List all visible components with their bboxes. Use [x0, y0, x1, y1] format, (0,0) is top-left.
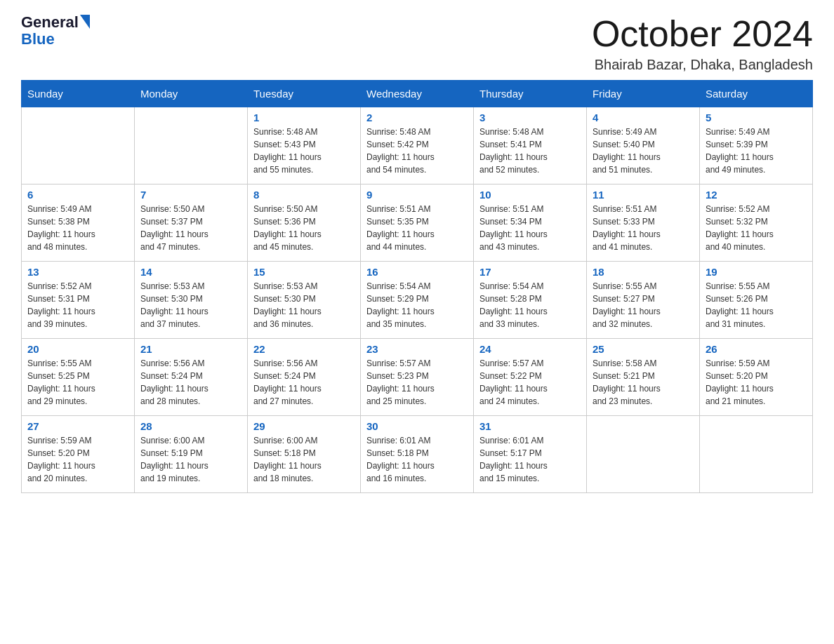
calendar-day-cell: 20Sunrise: 5:55 AMSunset: 5:25 PMDayligh…	[22, 339, 135, 416]
calendar-day-cell: 1Sunrise: 5:48 AMSunset: 5:43 PMDaylight…	[248, 107, 361, 185]
day-number: 14	[140, 266, 241, 278]
day-info-text: Sunrise: 5:51 AMSunset: 5:35 PMDaylight:…	[366, 203, 468, 253]
day-number: 1	[253, 112, 355, 123]
day-info-text: Sunrise: 5:59 AMSunset: 5:20 PMDaylight:…	[27, 434, 128, 485]
day-info-text: Sunrise: 6:00 AMSunset: 5:18 PMDaylight:…	[253, 434, 355, 485]
calendar-table: SundayMondayTuesdayWednesdayThursdayFrid…	[21, 80, 813, 493]
logo-arrow-icon	[80, 15, 90, 29]
calendar-day-cell: 30Sunrise: 6:01 AMSunset: 5:18 PMDayligh…	[361, 416, 474, 493]
day-number: 22	[253, 343, 355, 355]
calendar-day-cell: 13Sunrise: 5:52 AMSunset: 5:31 PMDayligh…	[22, 262, 135, 339]
calendar-week-row: 6Sunrise: 5:49 AMSunset: 5:38 PMDaylight…	[22, 185, 813, 262]
day-number: 5	[706, 112, 807, 123]
day-info-text: Sunrise: 5:55 AMSunset: 5:27 PMDaylight:…	[593, 280, 694, 330]
day-number: 27	[27, 420, 128, 432]
calendar-day-cell: 26Sunrise: 5:59 AMSunset: 5:20 PMDayligh…	[700, 339, 813, 416]
day-number: 17	[479, 266, 581, 278]
day-number: 15	[253, 266, 355, 278]
day-number: 16	[366, 266, 468, 278]
day-number: 2	[366, 112, 468, 123]
day-number: 20	[27, 343, 128, 355]
day-of-week-header: Tuesday	[248, 81, 361, 107]
day-info-text: Sunrise: 5:55 AMSunset: 5:25 PMDaylight:…	[27, 357, 128, 408]
day-number: 26	[706, 343, 807, 355]
day-info-text: Sunrise: 5:57 AMSunset: 5:22 PMDaylight:…	[479, 357, 581, 408]
day-of-week-header: Monday	[135, 81, 248, 107]
day-number: 21	[140, 343, 241, 355]
day-info-text: Sunrise: 5:53 AMSunset: 5:30 PMDaylight:…	[140, 280, 241, 330]
day-number: 18	[593, 266, 694, 278]
day-number: 6	[27, 189, 128, 201]
calendar-day-cell: 5Sunrise: 5:49 AMSunset: 5:39 PMDaylight…	[700, 107, 813, 185]
calendar-day-cell	[135, 107, 248, 185]
day-number: 7	[140, 189, 241, 201]
day-number: 11	[593, 189, 694, 201]
day-of-week-header: Wednesday	[361, 81, 474, 107]
day-info-text: Sunrise: 5:56 AMSunset: 5:24 PMDaylight:…	[253, 357, 355, 408]
calendar-day-cell: 4Sunrise: 5:49 AMSunset: 5:40 PMDaylight…	[587, 107, 700, 185]
day-number: 8	[253, 189, 355, 201]
day-info-text: Sunrise: 5:51 AMSunset: 5:34 PMDaylight:…	[479, 203, 581, 253]
title-block: October 2024 Bhairab Bazar, Dhaka, Bangl…	[592, 14, 813, 73]
day-number: 28	[140, 420, 241, 432]
logo: General Blue	[21, 14, 90, 48]
calendar-day-cell: 12Sunrise: 5:52 AMSunset: 5:32 PMDayligh…	[700, 185, 813, 262]
day-info-text: Sunrise: 5:52 AMSunset: 5:32 PMDaylight:…	[706, 203, 807, 253]
day-info-text: Sunrise: 5:50 AMSunset: 5:37 PMDaylight:…	[140, 203, 241, 253]
day-info-text: Sunrise: 6:01 AMSunset: 5:17 PMDaylight:…	[479, 434, 581, 485]
page-header: General Blue October 2024 Bhairab Bazar,…	[21, 14, 813, 73]
calendar-day-cell	[700, 416, 813, 493]
day-number: 31	[479, 420, 581, 432]
day-of-week-header: Saturday	[700, 81, 813, 107]
calendar-header-row: SundayMondayTuesdayWednesdayThursdayFrid…	[22, 81, 813, 107]
day-info-text: Sunrise: 5:55 AMSunset: 5:26 PMDaylight:…	[706, 280, 807, 330]
calendar-day-cell: 23Sunrise: 5:57 AMSunset: 5:23 PMDayligh…	[361, 339, 474, 416]
calendar-day-cell: 15Sunrise: 5:53 AMSunset: 5:30 PMDayligh…	[248, 262, 361, 339]
calendar-day-cell	[587, 416, 700, 493]
calendar-day-cell: 22Sunrise: 5:56 AMSunset: 5:24 PMDayligh…	[248, 339, 361, 416]
logo-general-text: General	[21, 14, 79, 31]
calendar-day-cell: 14Sunrise: 5:53 AMSunset: 5:30 PMDayligh…	[135, 262, 248, 339]
day-info-text: Sunrise: 5:56 AMSunset: 5:24 PMDaylight:…	[140, 357, 241, 408]
day-number: 12	[706, 189, 807, 201]
day-info-text: Sunrise: 5:50 AMSunset: 5:36 PMDaylight:…	[253, 203, 355, 253]
calendar-day-cell: 31Sunrise: 6:01 AMSunset: 5:17 PMDayligh…	[474, 416, 587, 493]
day-number: 25	[593, 343, 694, 355]
calendar-day-cell: 24Sunrise: 5:57 AMSunset: 5:22 PMDayligh…	[474, 339, 587, 416]
calendar-day-cell: 21Sunrise: 5:56 AMSunset: 5:24 PMDayligh…	[135, 339, 248, 416]
day-info-text: Sunrise: 6:00 AMSunset: 5:19 PMDaylight:…	[140, 434, 241, 485]
calendar-day-cell: 10Sunrise: 5:51 AMSunset: 5:34 PMDayligh…	[474, 185, 587, 262]
day-of-week-header: Friday	[587, 81, 700, 107]
calendar-day-cell	[22, 107, 135, 185]
day-info-text: Sunrise: 5:59 AMSunset: 5:20 PMDaylight:…	[706, 357, 807, 408]
day-info-text: Sunrise: 5:57 AMSunset: 5:23 PMDaylight:…	[366, 357, 468, 408]
day-number: 29	[253, 420, 355, 432]
calendar-day-cell: 9Sunrise: 5:51 AMSunset: 5:35 PMDaylight…	[361, 185, 474, 262]
logo-blue-text: Blue	[21, 31, 90, 48]
month-year-title: October 2024	[592, 14, 813, 54]
day-info-text: Sunrise: 5:48 AMSunset: 5:41 PMDaylight:…	[479, 126, 581, 176]
day-info-text: Sunrise: 5:54 AMSunset: 5:28 PMDaylight:…	[479, 280, 581, 330]
calendar-day-cell: 19Sunrise: 5:55 AMSunset: 5:26 PMDayligh…	[700, 262, 813, 339]
calendar-day-cell: 7Sunrise: 5:50 AMSunset: 5:37 PMDaylight…	[135, 185, 248, 262]
day-number: 23	[366, 343, 468, 355]
calendar-week-row: 13Sunrise: 5:52 AMSunset: 5:31 PMDayligh…	[22, 262, 813, 339]
calendar-day-cell: 11Sunrise: 5:51 AMSunset: 5:33 PMDayligh…	[587, 185, 700, 262]
day-info-text: Sunrise: 5:58 AMSunset: 5:21 PMDaylight:…	[593, 357, 694, 408]
calendar-day-cell: 17Sunrise: 5:54 AMSunset: 5:28 PMDayligh…	[474, 262, 587, 339]
day-info-text: Sunrise: 6:01 AMSunset: 5:18 PMDaylight:…	[366, 434, 468, 485]
calendar-week-row: 20Sunrise: 5:55 AMSunset: 5:25 PMDayligh…	[22, 339, 813, 416]
day-info-text: Sunrise: 5:53 AMSunset: 5:30 PMDaylight:…	[253, 280, 355, 330]
day-info-text: Sunrise: 5:48 AMSunset: 5:42 PMDaylight:…	[366, 126, 468, 176]
calendar-day-cell: 29Sunrise: 6:00 AMSunset: 5:18 PMDayligh…	[248, 416, 361, 493]
day-info-text: Sunrise: 5:51 AMSunset: 5:33 PMDaylight:…	[593, 203, 694, 253]
calendar-day-cell: 2Sunrise: 5:48 AMSunset: 5:42 PMDaylight…	[361, 107, 474, 185]
calendar-day-cell: 27Sunrise: 5:59 AMSunset: 5:20 PMDayligh…	[22, 416, 135, 493]
day-of-week-header: Sunday	[22, 81, 135, 107]
day-number: 13	[27, 266, 128, 278]
day-number: 10	[479, 189, 581, 201]
day-number: 24	[479, 343, 581, 355]
day-number: 30	[366, 420, 468, 432]
calendar-week-row: 1Sunrise: 5:48 AMSunset: 5:43 PMDaylight…	[22, 107, 813, 185]
day-number: 3	[479, 112, 581, 123]
